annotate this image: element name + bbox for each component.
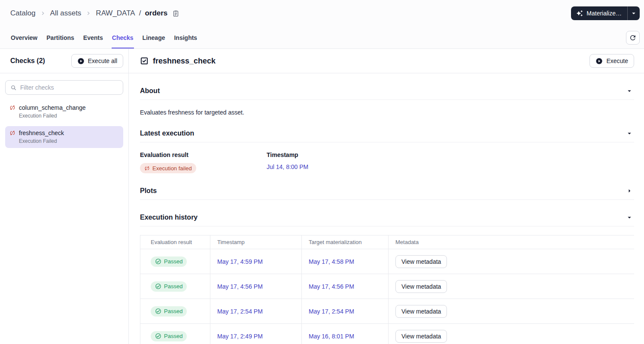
materialize-split-button: Materialize… [571, 6, 640, 20]
status-badge-label: Execution failed [152, 165, 192, 172]
tab-insights[interactable]: Insights [173, 27, 197, 48]
filter-checks-field[interactable] [5, 80, 123, 95]
breadcrumb-all-assets-link[interactable]: All assets [50, 9, 82, 18]
status-badge-label: Passed [164, 283, 182, 290]
materialize-button[interactable]: Materialize… [571, 6, 627, 20]
sync-problem-icon [144, 166, 150, 171]
status-badge-passed: Passed [151, 331, 187, 341]
view-metadata-button[interactable]: View metadata [395, 255, 447, 268]
latest-execution-heading: Latest execution [140, 130, 194, 137]
filter-checks-input[interactable] [20, 84, 118, 91]
section-divider [140, 199, 634, 200]
section-divider [140, 226, 634, 226]
execution-timestamp-link[interactable]: May 17, 4:59 PM [217, 258, 263, 265]
check-status: Execution Failed [19, 138, 119, 144]
table-row: Passed May 17, 2:54 PM May 17, 2:54 PM V… [140, 299, 635, 324]
latest-execution-timestamp-link[interactable]: Jul 14, 8:00 PM [267, 163, 308, 170]
checks-sidebar-header: Checks (2) Execute all [0, 49, 128, 73]
expand-plots-button[interactable] [625, 186, 634, 196]
chevron-right-icon [626, 187, 633, 195]
play-icon [77, 57, 85, 65]
materialize-button-label: Materialize… [586, 10, 622, 17]
column-header-evaluation-result: Evaluation result [140, 235, 210, 249]
target-materialization-link[interactable]: May 17, 4:58 PM [309, 258, 354, 265]
collapse-latest-execution-button[interactable] [625, 129, 634, 138]
execution-history-heading: Execution history [140, 214, 197, 221]
chevron-down-icon [626, 87, 633, 95]
table-row: Passed May 17, 2:49 PM May 16, 8:01 PM V… [140, 324, 635, 344]
execution-timestamp-link[interactable]: May 17, 4:56 PM [217, 283, 263, 290]
view-metadata-button[interactable]: View metadata [395, 330, 447, 343]
asset-tabs: Overview Partitions Events Checks Lineag… [0, 27, 644, 49]
status-badge-passed: Passed [151, 281, 187, 292]
timestamp-label: Timestamp [267, 151, 308, 158]
latest-execution-details: Evaluation result Execution failed Times… [140, 151, 634, 173]
check-circle-icon [155, 333, 161, 339]
search-icon [10, 84, 17, 91]
execute-button[interactable]: Execute [589, 54, 634, 68]
check-circle-icon [155, 308, 161, 314]
execute-all-label: Execute all [88, 57, 117, 64]
materialize-dropdown-button[interactable] [627, 6, 640, 20]
status-badge-label: Passed [164, 308, 182, 314]
target-materialization-link[interactable]: May 17, 4:56 PM [309, 283, 354, 290]
sync-problem-icon [9, 105, 15, 111]
page-title: freshness_check [140, 57, 216, 66]
check-circle-icon [155, 258, 161, 265]
execution-history-table: Evaluation result Timestamp Target mater… [140, 235, 634, 344]
copy-asset-name-button[interactable] [172, 10, 179, 17]
section-divider [140, 142, 634, 142]
check-list-item-freshness-check[interactable]: freshness_check Execution Failed [5, 126, 123, 148]
chevron-right-icon [39, 10, 46, 17]
check-detail-header: freshness_check Execute [129, 49, 644, 73]
top-bar: Catalog All assets RAW_DATA / orders [0, 0, 644, 27]
check-name: freshness_check [19, 130, 64, 136]
checkbox-icon [140, 57, 149, 65]
breadcrumb-asset-name: orders [145, 9, 167, 18]
execute-label: Execute [606, 57, 628, 64]
view-metadata-button[interactable]: View metadata [395, 305, 447, 318]
tab-lineage[interactable]: Lineage [142, 27, 166, 48]
chevron-down-icon [626, 214, 633, 221]
target-materialization-link[interactable]: May 17, 2:54 PM [309, 308, 354, 315]
check-list-item-column-schema-change[interactable]: column_schema_change Execution Failed [5, 101, 123, 123]
breadcrumb: Catalog All assets RAW_DATA / orders [10, 9, 179, 18]
status-badge-passed: Passed [151, 306, 187, 317]
check-status: Execution Failed [19, 113, 119, 119]
execution-timestamp-link[interactable]: May 17, 2:49 PM [217, 333, 263, 340]
collapse-about-button[interactable] [625, 86, 634, 96]
status-badge-label: Passed [164, 333, 182, 339]
chevron-down-icon [626, 130, 633, 137]
check-circle-icon [155, 283, 161, 290]
view-metadata-button[interactable]: View metadata [395, 280, 447, 293]
checks-sidebar: Checks (2) Execute all [0, 49, 129, 344]
tab-events[interactable]: Events [83, 27, 103, 48]
about-heading: About [140, 87, 160, 95]
execution-timestamp-link[interactable]: May 17, 2:54 PM [217, 308, 263, 315]
tab-checks[interactable]: Checks [112, 27, 134, 48]
plots-section-header: Plots [140, 186, 634, 196]
sync-problem-icon [9, 130, 15, 136]
refresh-button[interactable] [626, 31, 640, 45]
breadcrumb-asset-group[interactable]: RAW_DATA [96, 9, 135, 18]
section-divider [140, 100, 634, 100]
check-name: column_schema_change [19, 104, 86, 111]
status-badge-label: Passed [164, 258, 182, 265]
caret-down-icon [630, 9, 638, 17]
breadcrumb-catalog-link[interactable]: Catalog [10, 9, 36, 18]
status-badge-passed: Passed [151, 256, 187, 267]
chevron-right-icon [85, 10, 92, 17]
column-header-metadata: Metadata [389, 235, 635, 249]
target-materialization-link[interactable]: May 16, 8:01 PM [309, 333, 354, 340]
execution-history-section-header: Execution history [140, 213, 634, 222]
tab-overview[interactable]: Overview [10, 27, 38, 48]
table-row: Passed May 17, 4:56 PM May 17, 4:56 PM V… [140, 274, 635, 299]
collapse-execution-history-button[interactable] [625, 213, 634, 222]
status-badge-execution-failed: Execution failed [140, 163, 196, 173]
tab-partitions[interactable]: Partitions [46, 27, 75, 48]
execute-all-button[interactable]: Execute all [71, 54, 123, 68]
about-description: Evaluates freshness for targeted asset. [140, 109, 634, 116]
column-header-target-materialization: Target materialization [302, 235, 389, 249]
evaluation-result-label: Evaluation result [140, 151, 267, 158]
play-icon [595, 57, 603, 65]
